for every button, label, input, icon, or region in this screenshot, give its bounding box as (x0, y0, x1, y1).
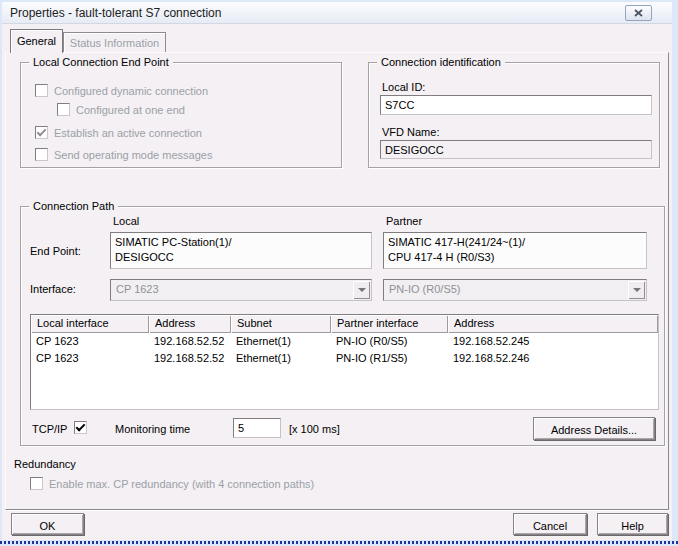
interface-partner-dropdown-button[interactable] (628, 281, 645, 299)
cell-address-local: 192.168.52.52 (149, 350, 231, 367)
interface-local-dropdown-button[interactable] (353, 281, 370, 299)
tcpip-label: TCP/IP (32, 423, 67, 435)
end-point-partner-box: SIMATIC 417-H(241/24~(1)/ CPU 417-4 H (R… (383, 232, 647, 269)
cell-partner-interface: PN-IO (R1/S5) (331, 350, 448, 367)
help-button[interactable]: Help (597, 513, 668, 535)
end-point-partner-line2: CPU 417-4 H (R0/S3) (388, 250, 642, 265)
local-id-input[interactable] (380, 95, 652, 115)
column-header-partner: Partner (386, 215, 422, 227)
monitoring-time-unit: [x 100 ms] (289, 423, 340, 435)
group-connection-identification-title: Connection identification (377, 56, 505, 68)
vfd-name-input[interactable] (380, 140, 652, 159)
local-id-label: Local ID: (382, 81, 425, 93)
tab-general[interactable]: General (10, 29, 63, 53)
checkbox-configured-at-one-end[interactable] (57, 103, 70, 116)
column-header-local: Local (113, 215, 139, 227)
interface-label: Interface: (30, 283, 76, 295)
table-row[interactable]: CP 1623 192.168.52.52 Ethernet(1) PN-IO … (31, 333, 658, 350)
checkbox-send-operating-mode-messages-label: Send operating mode messages (54, 149, 212, 161)
end-point-label: End Point: (30, 245, 81, 257)
interface-local-dropdown[interactable]: CP 1623 (110, 279, 372, 301)
end-point-local-line1: SIMATIC PC-Station(1)/ (115, 235, 367, 250)
cell-local-interface: CP 1623 (31, 350, 149, 367)
checkbox-establish-active-connection[interactable] (35, 126, 48, 139)
cancel-button[interactable]: Cancel (513, 513, 587, 535)
route-table-header-partner-interface[interactable]: Partner interface (331, 315, 448, 333)
address-details-button[interactable]: Address Details... (533, 417, 655, 440)
cell-address-partner: 192.168.52.246 (448, 350, 658, 367)
route-table-header-row: Local interface Address Subnet Partner i… (31, 315, 658, 333)
monitoring-time-input[interactable] (233, 418, 281, 438)
vfd-name-label: VFD Name: (382, 126, 439, 138)
tab-general-label: General (17, 35, 56, 47)
tcpip-checkbox[interactable] (74, 421, 87, 434)
end-point-partner-line1: SIMATIC 417-H(241/24~(1)/ (388, 235, 642, 250)
checkbox-configured-dynamic-connection[interactable] (35, 84, 48, 97)
window-bottom-edge (0, 541, 678, 544)
cell-subnet: Ethernet(1) (231, 333, 331, 350)
checkbox-send-operating-mode-messages[interactable] (35, 148, 48, 161)
route-table-header-address-partner[interactable]: Address (448, 315, 658, 333)
interface-partner-value: PN-IO (R0/S5) (389, 283, 461, 295)
interface-partner-dropdown[interactable]: PN-IO (R0/S5) (383, 279, 647, 301)
redundancy-checkbox[interactable] (30, 477, 43, 490)
end-point-local-line2: DESIGOCC (115, 250, 367, 265)
tab-page-content: Local Connection End Point Configured dy… (2, 2, 672, 540)
properties-dialog: Properties - fault-tolerant S7 connectio… (2, 2, 672, 540)
cell-partner-interface: PN-IO (R0/S5) (331, 333, 448, 350)
route-table-header-address-local[interactable]: Address (149, 315, 231, 333)
screen-background: Properties - fault-tolerant S7 connectio… (0, 0, 678, 546)
ok-button[interactable]: OK (11, 513, 84, 535)
group-connection-path-title: Connection Path (29, 200, 118, 212)
redundancy-title: Redundancy (14, 458, 76, 470)
monitoring-time-label: Monitoring time (115, 423, 190, 435)
checkbox-establish-active-connection-label: Establish an active connection (54, 127, 202, 139)
cell-local-interface: CP 1623 (31, 333, 149, 350)
checkbox-configured-dynamic-connection-label: Configured dynamic connection (54, 85, 208, 97)
end-point-local-box: SIMATIC PC-Station(1)/ DESIGOCC (110, 232, 372, 269)
redundancy-checkbox-label: Enable max. CP redundancy (with 4 connec… (49, 478, 314, 490)
cell-address-partner: 192.168.52.245 (448, 333, 658, 350)
cell-subnet: Ethernet(1) (231, 350, 331, 367)
group-local-connection-end-point-title: Local Connection End Point (29, 56, 173, 68)
route-table-header-subnet[interactable]: Subnet (231, 315, 331, 333)
connection-route-table: Local interface Address Subnet Partner i… (30, 314, 659, 410)
route-table-header-local-interface[interactable]: Local interface (31, 315, 149, 333)
interface-local-value: CP 1623 (116, 283, 159, 295)
cell-address-local: 192.168.52.52 (149, 333, 231, 350)
table-row[interactable]: CP 1623 192.168.52.52 Ethernet(1) PN-IO … (31, 350, 658, 367)
checkbox-configured-at-one-end-label: Configured at one end (76, 104, 185, 116)
